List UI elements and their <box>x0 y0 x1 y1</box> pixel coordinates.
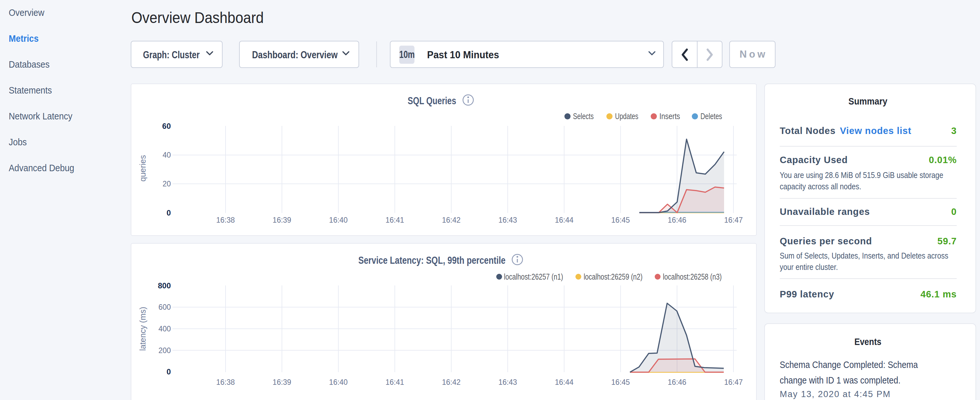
svg-text:600: 600 <box>159 303 171 311</box>
svg-text:16:47: 16:47 <box>724 216 743 224</box>
svg-text:16:44: 16:44 <box>555 216 574 224</box>
svg-text:200: 200 <box>159 346 171 355</box>
svg-text:16:45: 16:45 <box>611 378 630 386</box>
svg-text:Inserts: Inserts <box>659 112 680 121</box>
svg-text:16:38: 16:38 <box>216 216 235 224</box>
svg-text:16:40: 16:40 <box>329 216 348 224</box>
svg-text:Deletes: Deletes <box>700 112 722 121</box>
svg-text:16:42: 16:42 <box>442 216 461 224</box>
svg-text:0: 0 <box>167 367 171 376</box>
svg-text:localhost:26259 (n2): localhost:26259 (n2) <box>584 272 643 281</box>
svg-text:800: 800 <box>158 281 171 290</box>
svg-text:16:41: 16:41 <box>386 378 404 386</box>
svg-text:16:46: 16:46 <box>668 378 687 386</box>
svg-text:16:39: 16:39 <box>273 378 291 386</box>
svg-text:16:45: 16:45 <box>611 216 630 224</box>
svg-text:SQL Queries: SQL Queries <box>408 95 456 107</box>
svg-text:400: 400 <box>159 325 171 333</box>
svg-text:16:39: 16:39 <box>273 216 291 224</box>
svg-text:0: 0 <box>167 209 171 217</box>
svg-text:16:38: 16:38 <box>216 378 235 386</box>
svg-text:40: 40 <box>162 151 171 159</box>
svg-text:Updates: Updates <box>615 112 638 121</box>
svg-text:16:40: 16:40 <box>329 378 348 386</box>
svg-text:16:46: 16:46 <box>668 216 687 224</box>
svg-text:16:41: 16:41 <box>386 216 404 224</box>
svg-text:16:43: 16:43 <box>498 216 517 224</box>
svg-text:localhost:26257 (n1): localhost:26257 (n1) <box>504 272 563 281</box>
svg-text:16:44: 16:44 <box>555 378 574 386</box>
svg-text:16:43: 16:43 <box>498 378 517 386</box>
svg-text:20: 20 <box>162 180 171 188</box>
svg-text:queries: queries <box>138 155 147 182</box>
svg-text:Service Latency: SQL, 99th per: Service Latency: SQL, 99th percentile <box>358 254 506 266</box>
svg-text:latency (ms): latency (ms) <box>138 307 147 351</box>
svg-text:Selects: Selects <box>573 112 594 121</box>
svg-text:60: 60 <box>162 122 171 131</box>
svg-text:16:47: 16:47 <box>724 378 743 386</box>
svg-text:localhost:26258 (n3): localhost:26258 (n3) <box>663 272 722 281</box>
svg-text:16:42: 16:42 <box>442 378 461 386</box>
